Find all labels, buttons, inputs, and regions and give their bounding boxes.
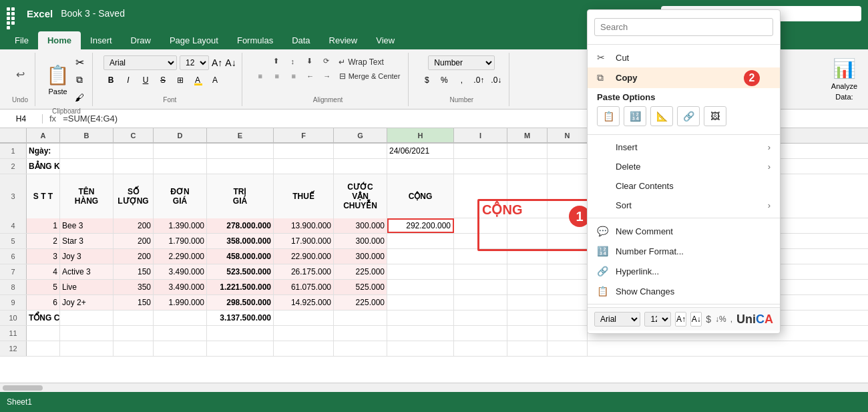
cut-menu-item[interactable]: ✂ Cut	[588, 47, 780, 67]
show-changes-menu-item[interactable]: 📋 Show Changes	[588, 281, 780, 301]
cell-F9[interactable]: 14.925.000	[274, 295, 334, 310]
sheet-tab[interactable]: Sheet1	[7, 397, 32, 407]
new-comment-menu-item[interactable]: 💬 New Comment	[588, 221, 780, 241]
cell-B12[interactable]	[60, 341, 114, 356]
cell-B6[interactable]: Joy 3	[60, 249, 114, 264]
font-name-select[interactable]: Arial	[103, 55, 177, 70]
bold-button[interactable]: B	[103, 73, 118, 87]
cell-M2[interactable]	[507, 159, 548, 174]
ctx-increase-font-button[interactable]: A↑	[675, 312, 686, 327]
cell-F4[interactable]: 13.900.000	[274, 218, 334, 233]
paste-opt-4[interactable]: 🔗	[677, 106, 700, 126]
cell-B7[interactable]: Active 3	[60, 264, 114, 279]
cell-M1[interactable]	[507, 144, 548, 158]
italic-button[interactable]: I	[121, 73, 136, 87]
cell-B11[interactable]	[60, 326, 114, 341]
cell-B4[interactable]: Bee 3	[60, 218, 114, 233]
cell-C1[interactable]	[114, 144, 154, 158]
cell-F5[interactable]: 17.900.000	[274, 234, 334, 248]
cell-G6[interactable]: 300.000	[334, 249, 387, 264]
cell-C8[interactable]: 350	[114, 280, 154, 294]
cell-G8[interactable]: 525.000	[334, 280, 387, 294]
cell-I8[interactable]	[454, 280, 507, 294]
cell-M8[interactable]	[507, 280, 548, 294]
col-header-E[interactable]: E	[207, 128, 274, 143]
font-color-button[interactable]: A	[208, 73, 222, 87]
indent-decrease-button[interactable]: ←	[303, 70, 318, 82]
cell-A2[interactable]: BẢNG KÊ HÀNG NHẬP KHO	[27, 159, 60, 174]
number-format-menu-item[interactable]: 🔢 Number Format...	[588, 241, 780, 261]
col-header-B[interactable]: B	[60, 128, 114, 143]
cell-I11[interactable]	[454, 326, 507, 341]
cell-F3[interactable]: THUẾ	[274, 174, 334, 218]
paste-opt-5[interactable]: 🖼	[704, 106, 726, 126]
strikethrough-button[interactable]: S	[156, 73, 170, 87]
indent-increase-button[interactable]: →	[320, 70, 335, 82]
cell-C7[interactable]: 150	[114, 264, 154, 279]
ctx-font-select[interactable]: Arial	[594, 312, 640, 327]
font-size-select[interactable]: 12	[180, 55, 209, 70]
cell-C3[interactable]: SỐLƯỢNG	[114, 174, 154, 218]
comma-button[interactable]: ,	[454, 73, 469, 87]
decrease-font-button[interactable]: A↓	[225, 57, 236, 68]
cell-A6[interactable]: 3	[27, 249, 60, 264]
format-painter-button[interactable]: 🖌	[72, 90, 87, 105]
cell-D7[interactable]: 3.490.000	[154, 264, 207, 279]
context-search-input[interactable]	[594, 18, 773, 36]
insert-menu-item[interactable]: Insert ›	[588, 138, 780, 157]
cell-M11[interactable]	[507, 326, 548, 341]
cell-G12[interactable]	[334, 341, 387, 356]
cell-E12[interactable]	[207, 341, 274, 356]
cell-F10[interactable]	[274, 311, 334, 325]
cell-D2[interactable]	[154, 159, 207, 174]
paste-opt-2[interactable]: 🔢	[624, 106, 646, 126]
cell-E4[interactable]: 278.000.000	[207, 218, 274, 233]
cell-A1[interactable]: Ngày:	[27, 144, 60, 158]
cell-M5[interactable]	[507, 234, 548, 248]
paste-opt-3[interactable]: 📐	[650, 106, 673, 126]
align-right-button[interactable]: ≡	[286, 70, 301, 82]
cell-G4[interactable]: 300.000	[334, 218, 387, 233]
decrease-decimal-button[interactable]: .0↓	[489, 73, 503, 87]
cell-H6[interactable]	[387, 249, 454, 264]
cell-H1[interactable]: 24/06/2021	[387, 144, 454, 158]
cell-F12[interactable]	[274, 341, 334, 356]
cell-H9[interactable]	[387, 295, 454, 310]
cell-H10[interactable]	[387, 311, 454, 325]
cell-D4[interactable]: 1.390.000	[154, 218, 207, 233]
col-header-I[interactable]: I	[454, 128, 507, 143]
paste-button[interactable]: 📋 Paste	[46, 64, 69, 95]
cell-D3[interactable]: ĐƠNGIÁ	[154, 174, 207, 218]
hyperlink-menu-item[interactable]: 🔗 Hyperlink...	[588, 261, 780, 281]
cell-A3[interactable]: S T T	[27, 174, 60, 218]
cell-H8[interactable]	[387, 280, 454, 294]
cell-E6[interactable]: 458.000.000	[207, 249, 274, 264]
cell-M12[interactable]	[507, 341, 548, 356]
cell-C9[interactable]: 150	[114, 295, 154, 310]
cell-D9[interactable]: 1.990.000	[154, 295, 207, 310]
analyze-button[interactable]: 📊 Analyze Data:	[831, 57, 857, 101]
cell-B1[interactable]	[60, 144, 114, 158]
cell-A7[interactable]: 4	[27, 264, 60, 279]
cell-N5[interactable]	[548, 234, 588, 248]
cell-G3[interactable]: CƯỚCVẬNCHUYỄN	[334, 174, 387, 218]
cell-M9[interactable]	[507, 295, 548, 310]
cell-C2[interactable]	[114, 159, 154, 174]
cell-C4[interactable]: 200	[114, 218, 154, 233]
cell-H12[interactable]	[387, 341, 454, 356]
delete-menu-item[interactable]: Delete ›	[588, 157, 780, 176]
scrollbar-thumb[interactable]	[3, 385, 43, 391]
cell-N12[interactable]	[548, 341, 588, 356]
tab-insert[interactable]: Insert	[81, 31, 122, 49]
cell-H7[interactable]	[387, 264, 454, 279]
border-button[interactable]: ⊞	[173, 73, 188, 87]
tab-data[interactable]: Data	[282, 31, 319, 49]
cell-F2[interactable]	[274, 159, 334, 174]
tab-view[interactable]: View	[367, 31, 404, 49]
cut-button[interactable]: ✂	[72, 55, 87, 70]
cell-E5[interactable]: 358.000.000	[207, 234, 274, 248]
cell-C12[interactable]	[114, 341, 154, 356]
merge-center-button[interactable]: ⊟ Merge & Center	[337, 70, 403, 82]
col-header-C[interactable]: C	[114, 128, 154, 143]
ctx-size-select[interactable]: 12	[644, 312, 671, 327]
